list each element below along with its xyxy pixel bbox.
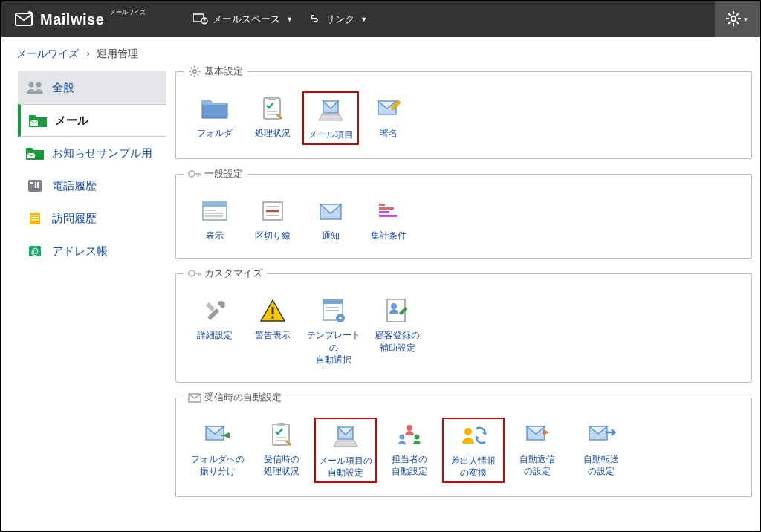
sidebar-item-general[interactable]: 全般 [18,71,166,104]
svg-point-72 [339,317,342,319]
svg-rect-49 [203,202,227,207]
svg-line-36 [191,68,192,69]
window-icon [199,197,230,225]
breadcrumb-root[interactable]: メールワイズ [16,48,79,59]
item-mailfield-auto[interactable]: メール項目の 自動設定 [314,418,377,483]
item-auto-forward[interactable]: 自動転送 の設定 [570,418,632,483]
svg-rect-20 [37,182,39,184]
item-label: 担当者の 自動設定 [392,453,427,477]
sidebar-item-visit[interactable]: 訪問履歴 [18,202,166,235]
svg-point-82 [400,434,405,439]
topbar: Mailwise メールワイズ メールスペース ▼ リンク ▼ [1,1,760,37]
mail-folder-icon [28,112,48,129]
section-general: 一般設定 表示 区切り線 [175,174,752,259]
sidebar-item-label: アドレス帳 [52,244,108,259]
item-label: 顧客登録の 補助設定 [375,329,420,353]
sidebar-item-address[interactable]: @ アドレス帳 [18,235,166,267]
gear-icon [726,11,741,28]
item-label: 自動転送 の設定 [583,453,619,477]
svg-line-37 [198,74,199,76]
users-group-icon [394,421,425,449]
top-menu: メールスペース ▼ リンク ▼ [187,8,373,31]
svg-point-84 [464,428,472,435]
clipboard-check-icon [266,421,297,449]
mail-small-icon [188,391,201,404]
sidebar-item-label: 全般 [52,81,74,95]
item-customer[interactable]: 顧客登録の 補助設定 [366,293,429,369]
sidebar-item-label: 訪問履歴 [52,212,97,226]
brand-logo[interactable]: Mailwise メールワイズ [1,11,159,28]
folder-icon [199,94,230,123]
key-icon [188,167,201,181]
phone-icon [25,178,45,194]
menu-link[interactable]: リンク ▼ [302,8,373,30]
item-label: 区切り線 [255,230,291,241]
svg-rect-58 [379,207,394,210]
svg-point-31 [193,70,197,74]
mail-folder-icon [25,145,45,161]
svg-point-66 [271,317,274,319]
svg-point-13 [29,82,34,88]
svg-rect-18 [30,182,33,184]
item-template[interactable]: テンプレートの 自動選択 [302,293,365,369]
section-customize: カスタマイズ 詳細設定 警告表示 [175,273,752,383]
breadcrumb-separator: › [86,48,90,59]
settings-button[interactable]: ▼ [715,1,760,37]
svg-rect-21 [35,184,36,186]
mail-tray-icon [330,422,361,450]
menu-link-label: リンク [326,13,354,26]
item-label: 集計条件 [371,230,407,241]
item-detail[interactable]: 詳細設定 [187,293,243,369]
list-filter-icon [373,197,404,225]
brand-text: Mailwise [40,11,104,28]
brand-icon [15,11,36,27]
item-display[interactable]: 表示 [187,194,243,244]
svg-rect-41 [268,97,276,100]
item-assignee-auto[interactable]: 担当者の 自動設定 [378,418,441,483]
section-title-label: カスタマイズ [204,267,262,280]
section-title-receive: 受信時の自動設定 [184,391,286,404]
svg-rect-78 [277,423,285,426]
item-signature[interactable]: 署名 [360,91,417,145]
mail-tray-icon [315,96,346,124]
sidebar-item-mail[interactable]: メール [18,104,166,137]
item-notify[interactable]: 通知 [302,194,359,244]
sidebar: 全般 メール お知らせサンプル用 電話履歴 [18,71,166,512]
clipboard-check-icon [257,94,288,123]
svg-rect-60 [379,215,397,217]
svg-rect-23 [35,186,36,188]
svg-line-11 [728,22,731,24]
item-sender-convert[interactable]: 差出人情報 の変換 [442,418,505,483]
svg-rect-27 [31,217,39,218]
item-mail-fields[interactable]: メール項目 [302,91,359,145]
svg-rect-59 [379,211,389,213]
sidebar-item-notice[interactable]: お知らせサンプル用 [18,137,166,169]
warning-icon [257,296,288,325]
item-label: 警告表示 [255,329,291,341]
sidebar-item-phone[interactable]: 電話履歴 [18,169,166,202]
menu-mailspace[interactable]: メールスペース ▼ [187,8,299,31]
item-status[interactable]: 処理状況 [245,91,301,145]
item-auto-reply[interactable]: 自動返信 の設定 [506,418,569,483]
svg-rect-28 [31,219,39,221]
main-panel: 基本設定 フォルダ 処理状況 [175,71,752,512]
item-folder-sort[interactable]: フォルダへの 振り分け [187,418,249,483]
svg-point-81 [407,425,412,431]
user-sync-icon [458,422,489,450]
item-aggregate[interactable]: 集計条件 [360,194,417,244]
svg-point-83 [415,434,420,439]
item-label: 受信時の 処理状況 [264,453,299,477]
section-title-customize: カスタマイズ [184,267,267,280]
section-title-label: 一般設定 [204,167,243,181]
svg-rect-24 [37,186,39,188]
sidebar-item-label: お知らせサンプル用 [52,146,152,160]
item-folder[interactable]: フォルダ [187,91,243,145]
item-label: 差出人情報 の変換 [451,455,496,479]
item-receive-status[interactable]: 受信時の 処理状況 [250,418,313,483]
item-label: フォルダ [197,127,233,139]
item-warning[interactable]: 警告表示 [245,293,301,369]
item-separator[interactable]: 区切り線 [245,194,301,244]
svg-point-4 [731,16,735,20]
breadcrumb: メールワイズ › 運用管理 [1,37,760,68]
svg-rect-22 [37,184,39,186]
